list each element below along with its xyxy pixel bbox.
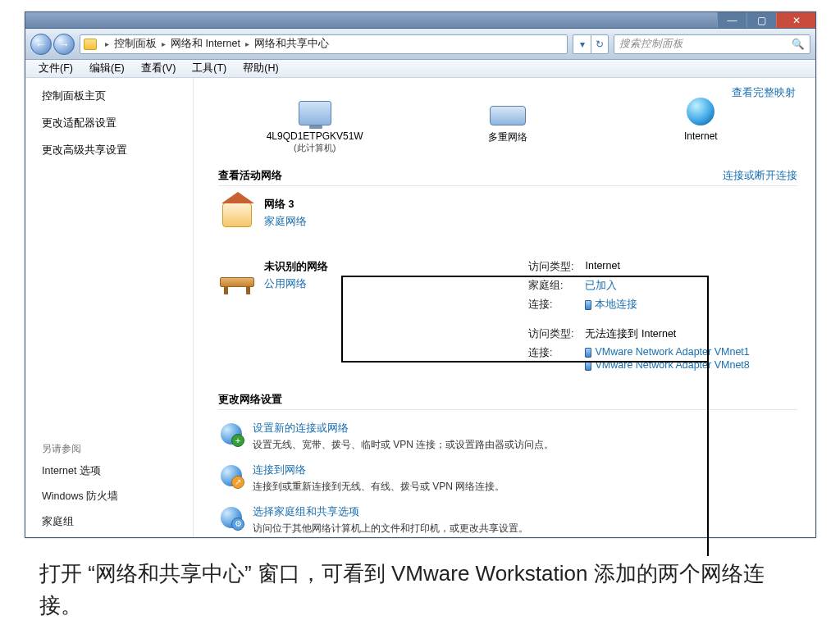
setting-new-conn-desc: 设置无线、宽带、拨号、临时或 VPN 连接；或设置路由器或访问点。 — [253, 438, 554, 452]
n1-homegroup-label: 家庭组: — [523, 277, 578, 294]
change-settings-heading: 更改网络设置 — [218, 393, 797, 410]
computer-icon — [299, 101, 331, 125]
sidebar-adv-sharing[interactable]: 更改高级共享设置 — [42, 144, 193, 157]
nav-back-forward: ← → — [30, 34, 75, 55]
setting-homegroup-sharing[interactable]: 选择家庭组和共享选项 访问位于其他网络计算机上的文件和打印机，或更改共享设置。 — [218, 505, 797, 536]
network1-details: 访问类型: Internet 家庭组: 已加入 连接: 本地连接 — [522, 257, 801, 315]
n1-conn-link[interactable]: 本地连接 — [595, 299, 637, 310]
network1-name: 网络 3 — [264, 198, 307, 212]
globe-icon — [687, 98, 714, 125]
connect-network-icon — [221, 465, 242, 486]
map-this-pc-name: 4L9QD1ETPGKV51W — [249, 130, 381, 142]
folder-icon — [84, 39, 97, 50]
public-network-icon — [220, 277, 254, 287]
map-multi-net-name: 多重网络 — [442, 130, 573, 144]
breadcrumb-sharing-center[interactable]: 网络和共享中心 — [253, 37, 331, 51]
nic-icon — [585, 361, 591, 371]
home-network-icon — [222, 203, 252, 227]
map-node-multi-net: 多重网络 — [442, 89, 573, 144]
nav-toolbar: ← → ▸ 控制面板 ▸ 网络和 Internet ▸ 网络和共享中心 ▾ ↻ … — [25, 29, 815, 60]
minimize-button[interactable]: — — [717, 12, 746, 28]
link-windows-firewall[interactable]: Windows 防火墙 — [42, 490, 193, 504]
link-internet-options[interactable]: Internet 选项 — [42, 464, 193, 478]
chevron-right-icon: ▸ — [242, 39, 253, 48]
breadcrumb-control-panel[interactable]: 控制面板 — [112, 37, 158, 51]
chevron-right-icon: ▸ — [158, 39, 169, 48]
refresh-button[interactable]: ↻ — [591, 34, 609, 54]
sidebar: 控制面板主页 更改适配器设置 更改高级共享设置 另请参阅 Internet 选项… — [25, 78, 194, 537]
close-button[interactable]: ✕ — [776, 12, 815, 28]
setting-connect-network[interactable]: 连接到网络 连接到或重新连接到无线、有线、拨号或 VPN 网络连接。 — [218, 463, 797, 494]
network-sharing-center-window: — ▢ ✕ ← → ▸ 控制面板 ▸ 网络和 Internet ▸ 网络和共享中… — [25, 11, 816, 538]
map-node-this-pc: 4L9QD1ETPGKV51W (此计算机) — [249, 89, 381, 154]
sharing-options-icon — [221, 507, 242, 528]
menu-tools[interactable]: 工具(T) — [184, 62, 235, 75]
network2-details: 访问类型: 无法连接到 Internet 连接: VMware Network … — [522, 324, 801, 374]
map-this-pc-sub: (此计算机) — [249, 142, 381, 154]
address-bar[interactable]: ▸ 控制面板 ▸ 网络和 Internet ▸ 网络和共享中心 — [80, 34, 568, 54]
setting-new-connection[interactable]: 设置新的连接或网络 设置无线、宽带、拨号、临时或 VPN 连接；或设置路由器或访… — [218, 422, 797, 452]
setting-sharing-desc: 访问位于其他网络计算机上的文件和打印机，或更改共享设置。 — [253, 522, 528, 536]
n1-access-value: Internet — [580, 258, 642, 276]
n2-conn-label: 连接: — [523, 344, 578, 372]
maximize-button[interactable]: ▢ — [746, 12, 776, 28]
menu-view[interactable]: 查看(V) — [133, 62, 185, 75]
nic-icon — [585, 300, 591, 310]
search-icon: 🔍 — [792, 38, 805, 50]
see-also-heading: 另请参阅 — [42, 442, 193, 456]
link-homegroup[interactable]: 家庭组 — [42, 515, 193, 529]
figure-caption: 打开 “网络和共享中心” 窗口，可看到 VMware Workstation 添… — [39, 558, 802, 622]
vmnet8-link[interactable]: VMware Network Adapter VMnet8 — [595, 359, 749, 371]
sidebar-change-adapter[interactable]: 更改适配器设置 — [42, 116, 193, 130]
menu-bar: 文件(F) 编辑(E) 查看(V) 工具(T) 帮助(H) — [25, 60, 815, 78]
map-internet-name: Internet — [635, 130, 766, 142]
view-full-map-link[interactable]: 查看完整映射 — [732, 86, 796, 100]
network1-type-link[interactable]: 家庭网络 — [264, 215, 307, 229]
router-icon — [490, 106, 526, 125]
menu-file[interactable]: 文件(F) — [30, 62, 81, 75]
network2-type-link[interactable]: 公用网络 — [264, 277, 328, 291]
network2-name: 未识别的网络 — [264, 260, 328, 274]
setting-connect-desc: 连接到或重新连接到无线、有线、拨号或 VPN 网络连接。 — [253, 480, 504, 494]
vmnet1-link[interactable]: VMware Network Adapter VMnet1 — [595, 346, 749, 358]
setting-sharing-title: 选择家庭组和共享选项 — [253, 505, 528, 519]
menu-edit[interactable]: 编辑(E) — [81, 62, 133, 75]
active-networks-heading: 查看活动网络 连接或断开连接 — [218, 169, 797, 186]
n1-conn-label: 连接: — [523, 296, 578, 313]
back-button[interactable]: ← — [30, 34, 52, 55]
nic-icon — [585, 348, 591, 358]
window-titlebar: — ▢ ✕ — [25, 12, 815, 29]
address-dropdown[interactable]: ▾ — [573, 34, 591, 54]
content-area: 查看完整映射 4L9QD1ETPGKV51W (此计算机) 多重网络 Inter… — [194, 78, 815, 537]
n1-access-label: 访问类型: — [523, 258, 578, 276]
setting-new-conn-title: 设置新的连接或网络 — [253, 422, 554, 436]
menu-help[interactable]: 帮助(H) — [235, 62, 286, 75]
n2-access-label: 访问类型: — [523, 326, 578, 343]
network-map: 4L9QD1ETPGKV51W (此计算机) 多重网络 Internet — [218, 89, 797, 154]
chevron-right-icon: ▸ — [102, 39, 112, 48]
n2-access-value: 无法连接到 Internet — [580, 326, 754, 343]
search-input[interactable]: 搜索控制面板 🔍 — [614, 34, 810, 54]
breadcrumb-network-internet[interactable]: 网络和 Internet — [169, 37, 242, 51]
connect-disconnect-link[interactable]: 连接或断开连接 — [723, 169, 797, 183]
active-networks-title: 查看活动网络 — [218, 169, 282, 183]
sidebar-cp-home[interactable]: 控制面板主页 — [42, 89, 193, 103]
forward-button[interactable]: → — [53, 34, 75, 55]
setting-connect-title: 连接到网络 — [253, 463, 504, 477]
n1-homegroup-link[interactable]: 已加入 — [585, 280, 617, 291]
network-entry-1: 网络 3 家庭网络 — [218, 198, 797, 232]
search-placeholder: 搜索控制面板 — [619, 37, 683, 51]
new-connection-icon — [221, 423, 242, 445]
